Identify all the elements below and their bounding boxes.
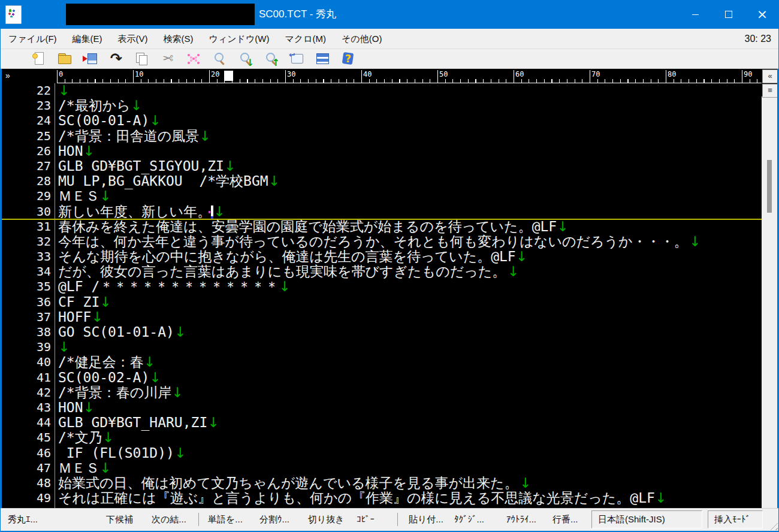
- copy-button[interactable]: [130, 50, 154, 67]
- line-text[interactable]: だが、彼女の言った言葉はあまりにも現実味を帯びすぎたものだった。↓: [55, 264, 520, 279]
- editor-line-24[interactable]: 24SC(00-01-A)↓: [2, 113, 762, 128]
- line-text[interactable]: HON↓: [55, 144, 95, 159]
- text-area[interactable]: 22↓23/*最初から↓24SC(00-01-A)↓25/*背景：田舎道の風景↓…: [2, 83, 762, 508]
- status-function-0[interactable]: 秀丸ｴ...: [8, 509, 38, 530]
- editor-line-26[interactable]: 26HON↓: [2, 144, 762, 159]
- line-text[interactable]: GLB GD¥BGT_HARU,ZI↓: [55, 415, 219, 430]
- editor-line-32[interactable]: 32今年は、何か去年と違う事が待っているのだろうか、それとも何も変わりはないのだ…: [2, 234, 762, 249]
- editor-line-40[interactable]: 40/*健足会：春↓: [2, 355, 762, 370]
- line-text[interactable]: HOFF↓: [55, 310, 103, 325]
- resize-grip[interactable]: [768, 520, 778, 530]
- line-text[interactable]: IF (FL(S01D))↓: [55, 446, 186, 461]
- status-function-8[interactable]: ﾀｸﾞｼﾞ...: [454, 509, 484, 530]
- editor-line-47[interactable]: 47ＭＥＳ↓: [2, 461, 762, 476]
- line-text[interactable]: @LF /＊＊＊＊＊＊＊＊＊＊＊＊＊↓: [55, 279, 291, 294]
- line-text[interactable]: SC(00-02-A)↓: [55, 370, 161, 385]
- outline-list-button[interactable]: ≡: [762, 84, 777, 98]
- fold-margin-button[interactable]: »: [5, 69, 10, 81]
- editor-line-25[interactable]: 25/*背景：田舎道の風景↓: [2, 129, 762, 144]
- line-text[interactable]: 春休みを終えた俺達は、安曇学園の園庭で始業式が始まるのを待っていた。@LF↓: [55, 219, 568, 234]
- line-text[interactable]: ↓: [55, 83, 70, 98]
- line-text[interactable]: GLB GD¥BGT_SIGYOU,ZI↓: [55, 159, 235, 174]
- line-text[interactable]: 新しい年度、新しい年。↓: [55, 204, 225, 219]
- editor-line-34[interactable]: 34だが、彼女の言った言葉はあまりにも現実味を帯びすぎたものだった。↓: [2, 264, 762, 279]
- open-folder-button[interactable]: [53, 50, 77, 67]
- line-text[interactable]: それは正確には『遊ぶ』と言うよりも、何かの『作業』の様に見える不思議な光景だった…: [55, 491, 666, 506]
- editor-line-48[interactable]: 48始業式の日、俺は初めて文乃ちゃんが遊んでいる様子を見る事が出来た。↓: [2, 476, 762, 491]
- encoding-indicator[interactable]: 日本語(Shift-JIS): [591, 510, 702, 528]
- close-button[interactable]: ×: [745, 0, 779, 29]
- maximize-button[interactable]: [712, 0, 745, 29]
- status-function-3[interactable]: 単語を...: [208, 509, 243, 530]
- minimize-button[interactable]: [678, 0, 712, 29]
- menu-item-3[interactable]: 検索(S): [156, 29, 201, 49]
- editor-line-30[interactable]: 30新しい年度、新しい年。↓: [2, 204, 762, 219]
- status-function-4[interactable]: 分割ｳ...: [259, 509, 289, 530]
- menu-item-2[interactable]: 表示(V): [110, 29, 156, 49]
- menu-item-6[interactable]: その他(O): [334, 29, 390, 49]
- status-function-10[interactable]: 行番...: [552, 509, 578, 530]
- search-up-button[interactable]: ↑: [259, 50, 283, 67]
- cut-button[interactable]: ✂: [156, 50, 180, 67]
- editor-line-37[interactable]: 37HOFF↓: [2, 310, 762, 325]
- editor-line-38[interactable]: 38GO SC(01-01-A)↓: [2, 325, 762, 340]
- line-text[interactable]: 今年は、何か去年と違う事が待っているのだろうか、それとも何も変わりはないのだろう…: [55, 234, 702, 249]
- status-function-2[interactable]: 次の結...: [152, 509, 186, 530]
- editor-line-36[interactable]: 36CF ZI↓: [2, 295, 762, 310]
- menu-item-0[interactable]: ファイル(F): [1, 29, 65, 49]
- line-text[interactable]: ＭＥＳ↓: [55, 461, 111, 476]
- editor-line-43[interactable]: 43HON↓: [2, 400, 762, 415]
- editor-line-45[interactable]: 45/*文乃↓: [2, 430, 762, 445]
- tag-jump-button[interactable]: [285, 50, 309, 67]
- line-text[interactable]: /*健足会：春↓: [55, 355, 155, 370]
- editor-line-35[interactable]: 35@LF /＊＊＊＊＊＊＊＊＊＊＊＊＊↓: [2, 279, 762, 294]
- search-button[interactable]: [207, 50, 231, 67]
- editor-line-29[interactable]: 29ＭＥＳ↓: [2, 189, 762, 204]
- menu-item-5[interactable]: マクロ(M): [277, 29, 334, 49]
- status-function-9[interactable]: ｱｳﾄﾗｲ...: [506, 509, 536, 530]
- line-text[interactable]: SC(00-01-A)↓: [55, 113, 161, 128]
- editor-line-28[interactable]: 28MU LP,BG_GAKKOU /*学校BGM↓: [2, 174, 762, 189]
- insert-mode-indicator[interactable]: 挿入ﾓｰﾄﾞ: [708, 510, 763, 528]
- editor-line-49[interactable]: 49それは正確には『遊ぶ』と言うよりも、何かの『作業』の様に見える不思議な光景だ…: [2, 491, 762, 506]
- undo-button[interactable]: ↶: [104, 50, 128, 67]
- editor-line-39[interactable]: 39↓: [2, 340, 762, 355]
- line-text[interactable]: ＭＥＳ↓: [55, 189, 111, 204]
- editor-line-42[interactable]: 42/*背景：春の川岸↓: [2, 385, 762, 400]
- menu-item-4[interactable]: ウィンドウ(W): [201, 29, 277, 49]
- paste-button[interactable]: [182, 50, 206, 67]
- editor-line-33[interactable]: 33そんな期待を心の中に抱きながら、俺達は先生の言葉を待っていた。@LF↓: [2, 249, 762, 264]
- new-file-button[interactable]: [27, 50, 51, 67]
- line-text[interactable]: MU LP,BG_GAKKOU /*学校BGM↓: [55, 174, 280, 189]
- line-text[interactable]: /*背景：田舎道の風景↓: [55, 129, 211, 144]
- editor-line-31[interactable]: 31春休みを終えた俺達は、安曇学園の園庭で始業式が始まるのを待っていた。@LF↓: [2, 219, 762, 234]
- line-text[interactable]: ↓: [55, 340, 70, 355]
- menu-item-1[interactable]: 編集(E): [65, 29, 110, 49]
- editor-line-23[interactable]: 23/*最初から↓: [2, 98, 762, 113]
- editor-line-46[interactable]: 46 IF (FL(S01D))↓: [2, 446, 762, 461]
- line-text[interactable]: /*文乃↓: [55, 430, 114, 445]
- status-function-7[interactable]: 貼り付...: [409, 509, 443, 530]
- editor-line-44[interactable]: 44GLB GD¥BGT_HARU,ZI↓: [2, 415, 762, 430]
- newline-mark: ↓: [131, 98, 142, 113]
- status-function-6[interactable]: ｺﾋﾟｰ: [357, 509, 375, 530]
- editor-line-22[interactable]: 22↓: [2, 83, 762, 98]
- line-text[interactable]: 始業式の日、俺は初めて文乃ちゃんが遊んでいる様子を見る事が出来た。↓: [55, 476, 533, 491]
- editor-line-27[interactable]: 27GLB GD¥BGT_SIGYOU,ZI↓: [2, 159, 762, 174]
- search-down-button[interactable]: ↓: [233, 50, 257, 67]
- help-button[interactable]: ?: [336, 50, 360, 67]
- line-text[interactable]: HON↓: [55, 400, 95, 415]
- line-text[interactable]: CF ZI↓: [55, 295, 111, 310]
- vertical-scrollbar[interactable]: [762, 96, 777, 508]
- editor-line-41[interactable]: 41SC(00-02-A)↓: [2, 370, 762, 385]
- status-function-1[interactable]: 下候補: [106, 509, 133, 530]
- scrollbar-thumb[interactable]: [767, 160, 772, 213]
- line-text[interactable]: GO SC(01-01-A)↓: [55, 325, 186, 340]
- collapse-ruler-button[interactable]: «: [762, 69, 777, 83]
- line-text[interactable]: /*背景：春の川岸↓: [55, 385, 183, 400]
- split-window-button[interactable]: [310, 50, 334, 67]
- save-button[interactable]: [78, 50, 102, 67]
- line-text[interactable]: /*最初から↓: [55, 98, 142, 113]
- line-text[interactable]: そんな期待を心の中に抱きながら、俺達は先生の言葉を待っていた。@LF↓: [55, 249, 527, 264]
- status-function-5[interactable]: 切り抜き: [308, 509, 345, 530]
